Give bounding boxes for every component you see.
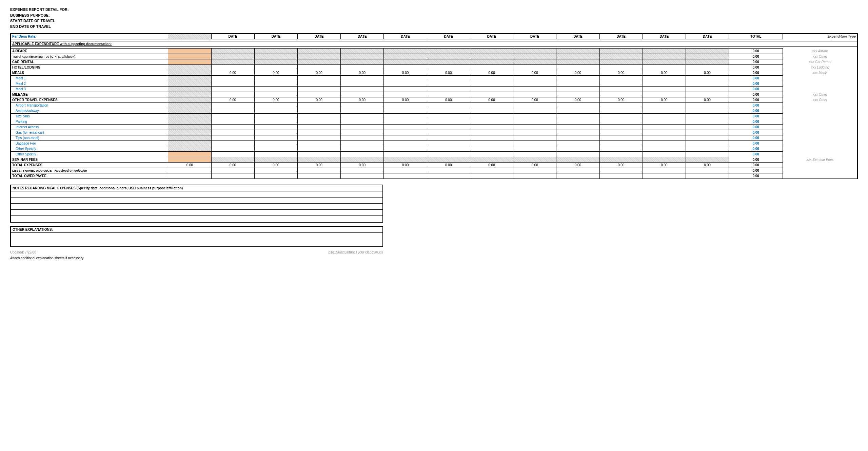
table-row: OTHER TRAVEL EXPENSES: 0.00 0.00 0.00 0.… — [11, 97, 857, 103]
amtrak-label: Amtrak/subway — [11, 108, 168, 114]
table-row: Internet Access 0.00 — [11, 125, 857, 130]
total-owed-label: TOTAL OWED PAYEE — [11, 173, 168, 179]
footer-filename: p1e1Skjatt8alt0n1Tvd0r cl1dq9m.xls — [329, 250, 383, 254]
meal1-label: Meal 1 — [11, 76, 168, 81]
meal2-label: Meal 2 — [11, 81, 168, 87]
hotel-total: 0.00 — [729, 65, 783, 70]
other-travel-label: OTHER TRAVEL EXPENSES: — [11, 97, 168, 103]
seminar-label: SEMINAR FEES — [11, 157, 168, 163]
tips-total: 0.00 — [729, 135, 783, 141]
parking-label: Parking — [11, 119, 168, 125]
notes-header: NOTES REGARDING MEAL EXPENSES (Specify d… — [11, 185, 382, 191]
table-row: MEALS 0.00 0.00 0.00 0.00 0.00 0.00 0.00… — [11, 70, 857, 76]
notes-row[interactable] — [11, 216, 382, 222]
total-expenses-label: TOTAL EXPENSES — [11, 163, 168, 168]
notes-row[interactable] — [11, 204, 382, 210]
car-rental-label: CAR RENTAL — [11, 59, 168, 65]
airport-transport-label: Airport Transportation — [11, 103, 168, 108]
travel-agent-total: 0.00 — [729, 54, 783, 59]
meal1-total: 0.00 — [729, 76, 783, 81]
table-row: HOTEL/LODGING 0.00 xxx Lodging — [11, 65, 857, 70]
table-row: Travel Agent/Booking Fee (GPTS, Cliqbook… — [11, 54, 857, 59]
meal2-total: 0.00 — [729, 81, 783, 87]
other-specify1-total: 0.00 — [729, 146, 783, 152]
header-section: EXPENSE REPORT DETAIL FOR: BUSINESS PURP… — [10, 7, 858, 29]
column-header-row: Per Diem Rate: DATE DATE DATE DATE DATE … — [11, 34, 857, 39]
seminar-right-label: xxx Seminar Fees — [783, 157, 857, 163]
notes-row[interactable] — [11, 198, 382, 204]
notes-row[interactable] — [11, 210, 382, 216]
header-line1: EXPENSE REPORT DETAIL FOR: — [10, 7, 858, 13]
total-header: TOTAL — [729, 34, 783, 39]
header-line4: END DATE OF TRAVEL — [10, 24, 858, 30]
tips-label: Tips (non-meal) — [11, 135, 168, 141]
total-owed-total: 0.00 — [729, 173, 783, 179]
other-explanations-header: OTHER EXPLANATIONS: — [11, 227, 382, 233]
date-header-11: DATE — [643, 34, 686, 39]
internet-total: 0.00 — [729, 125, 783, 130]
meal3-label: Meal 3 — [11, 87, 168, 92]
mileage-total: 0.00 — [729, 92, 783, 97]
car-rental-total: 0.00 — [729, 59, 783, 65]
other-explanations-row[interactable] — [11, 233, 382, 246]
total-expenses-total: 0.00 — [729, 163, 783, 168]
gas-total: 0.00 — [729, 130, 783, 135]
airport-transport-total: 0.00 — [729, 103, 783, 108]
taxi-total: 0.00 — [729, 114, 783, 119]
applicable-header: APPLICABLE EXPENDITURE with supporting d… — [11, 41, 857, 47]
date-header-3: DATE — [298, 34, 341, 39]
travel-agent-label: Travel Agent/Booking Fee (GPTS, Cliqbook… — [11, 54, 168, 59]
date-header-9: DATE — [556, 34, 599, 39]
date-header-4: DATE — [341, 34, 384, 39]
date-header-7: DATE — [470, 34, 513, 39]
internet-label: Internet Access — [11, 125, 168, 130]
per-diem-label: Per Diem Rate: — [11, 34, 168, 39]
table-row: Meal 2 0.00 — [11, 81, 857, 87]
table-row: Amtrak/subway 0.00 — [11, 108, 857, 114]
travel-advance-row: LESS: TRAVEL ADVANCE - Received on 00/00… — [11, 168, 857, 173]
table-row: Other Specify 0.00 — [11, 146, 857, 152]
header-line2: BUSINESS PURPOSE: — [10, 13, 858, 18]
travel-agent-hatched — [168, 54, 211, 59]
car-rental-right-label: xxx Car Rental — [783, 59, 857, 65]
date-header-1: DATE — [211, 34, 254, 39]
expenditure-type-label: Expenditure Type — [783, 34, 857, 39]
table-row: SEMINAR FEES 0.00 xxx Seminar Fees — [11, 157, 857, 163]
other-specify2-total: 0.00 — [729, 152, 783, 157]
table-row: Other Specify 0.00 — [11, 152, 857, 157]
travel-advance-total: 0.00 — [729, 168, 783, 173]
mileage-right-label: xxx Other — [783, 92, 857, 97]
date-header-8: DATE — [513, 34, 556, 39]
table-row: Airport Transportation 0.00 — [11, 103, 857, 108]
mileage-label: MILEAGE — [11, 92, 168, 97]
airfare-right-label: xxx Airfare — [783, 49, 857, 54]
meals-label: MEALS — [11, 70, 168, 76]
other-specify2-label: Other Specify — [11, 152, 168, 157]
baggage-label: Baggage Fee — [11, 141, 168, 146]
seminar-total: 0.00 — [729, 157, 783, 163]
footer: Updated: 7/22/08 p1e1Skjatt8alt0n1Tvd0r … — [10, 250, 383, 254]
table-row: Taxi cabs 0.00 — [11, 114, 857, 119]
parking-total: 0.00 — [729, 119, 783, 125]
meals-total: 0.00 — [729, 70, 783, 76]
taxi-label: Taxi cabs — [11, 114, 168, 119]
applicable-header-row: APPLICABLE EXPENDITURE with supporting d… — [11, 41, 857, 47]
meal3-total: 0.00 — [729, 87, 783, 92]
header-line3: START DATE OF TRAVEL — [10, 18, 858, 24]
date-header-2: DATE — [254, 34, 297, 39]
other-specify1-label: Other Specify — [11, 146, 168, 152]
airfare-hatched — [168, 49, 211, 54]
notes-section: NOTES REGARDING MEAL EXPENSES (Specify d… — [10, 185, 383, 223]
table-row: Gas (for rental car) 0.00 — [11, 130, 857, 135]
attach-note: Attach additional explanation sheets if … — [10, 256, 858, 260]
travel-agent-right-label: xxx Other — [783, 54, 857, 59]
airfare-total: 0.00 — [729, 49, 783, 54]
airfare-label: AIRFARE — [11, 49, 168, 54]
date-header-10: DATE — [599, 34, 643, 39]
baggage-total: 0.00 — [729, 141, 783, 146]
gas-label: Gas (for rental car) — [11, 130, 168, 135]
table-row: CAR RENTAL 0.00 xxx Car Rental — [11, 59, 857, 65]
notes-row[interactable] — [11, 191, 382, 198]
total-expenses-row: TOTAL EXPENSES 0.00 0.00 0.00 0.00 0.00 … — [11, 163, 857, 168]
other-travel-total: 0.00 — [729, 97, 783, 103]
